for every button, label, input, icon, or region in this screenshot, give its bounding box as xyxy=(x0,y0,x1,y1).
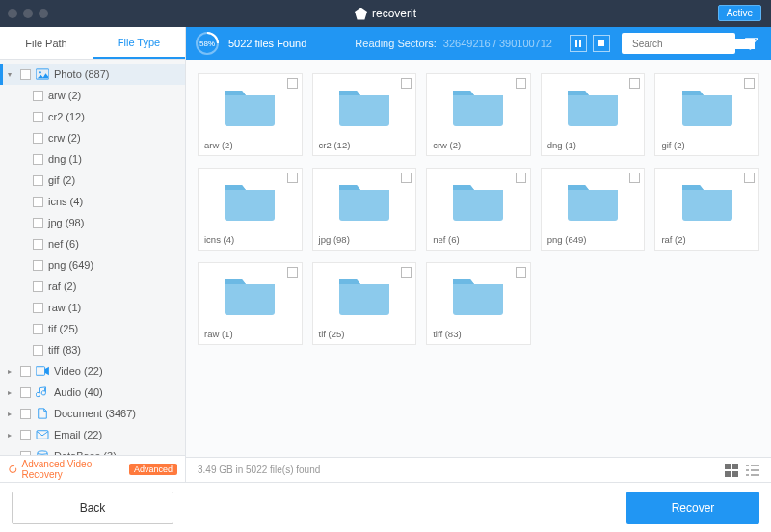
checkbox[interactable] xyxy=(401,173,412,183)
folder-icon xyxy=(427,263,530,326)
tree-category[interactable]: ▸ Audio (40) xyxy=(0,382,185,403)
checkbox[interactable] xyxy=(33,239,43,250)
checkbox[interactable] xyxy=(287,173,298,183)
checkbox[interactable] xyxy=(516,267,526,278)
brand-icon xyxy=(355,8,367,20)
checkbox[interactable] xyxy=(401,267,412,278)
folder-card[interactable]: nef (6) xyxy=(426,168,531,251)
folder-card[interactable]: jpg (98) xyxy=(312,168,417,251)
folder-card[interactable]: raw (1) xyxy=(198,262,303,345)
back-button[interactable]: Back xyxy=(12,492,173,524)
view-toggles xyxy=(725,464,759,477)
folder-card[interactable]: raf (2) xyxy=(654,168,759,251)
search-input[interactable] xyxy=(632,39,755,49)
folder-card[interactable]: tiff (83) xyxy=(426,262,531,345)
tree-item[interactable]: icns (4) xyxy=(0,191,185,212)
folder-grid: arw (2) cr2 (12) crw (2) dng (1) gif (2)… xyxy=(186,60,771,457)
checkbox[interactable] xyxy=(33,133,43,144)
folder-card[interactable]: tif (25) xyxy=(312,262,417,345)
checkbox[interactable] xyxy=(33,218,43,228)
folder-label: cr2 (12) xyxy=(313,137,416,155)
checkbox[interactable] xyxy=(744,78,755,89)
checkbox[interactable] xyxy=(744,173,755,183)
list-view-icon[interactable] xyxy=(746,464,759,477)
maximize-window-icon[interactable] xyxy=(39,9,48,18)
tree-item[interactable]: crw (2) xyxy=(0,127,185,148)
checkbox[interactable] xyxy=(33,303,43,313)
tree-item-label: crw (2) xyxy=(48,132,81,144)
checkbox[interactable] xyxy=(33,324,43,334)
svg-rect-11 xyxy=(568,95,618,124)
checkbox[interactable] xyxy=(33,112,43,122)
folder-card[interactable]: icns (4) xyxy=(198,168,303,251)
checkbox[interactable] xyxy=(287,78,298,89)
status-bar: 58% 5022 files Found Reading Sectors: 32… xyxy=(186,27,771,60)
brand-text: recoverit xyxy=(372,7,416,20)
tree-item-label: arw (2) xyxy=(48,90,81,101)
tree-item[interactable]: tiff (83) xyxy=(0,339,185,360)
close-window-icon[interactable] xyxy=(8,9,17,18)
folder-card[interactable]: dng (1) xyxy=(541,73,646,156)
checkbox[interactable] xyxy=(33,345,43,356)
checkbox[interactable] xyxy=(20,69,31,80)
tree-item[interactable]: raw (1) xyxy=(0,297,185,318)
tree-item[interactable]: nef (6) xyxy=(0,233,185,254)
checkbox[interactable] xyxy=(516,173,526,183)
svg-rect-30 xyxy=(751,474,759,476)
tree-item-label: cr2 (12) xyxy=(48,111,85,122)
tree-item[interactable]: jpg (98) xyxy=(0,212,185,233)
caret-icon: ▸ xyxy=(8,388,15,397)
folder-card[interactable]: png (649) xyxy=(541,168,646,251)
tree-item[interactable]: gif (2) xyxy=(0,170,185,191)
minimize-window-icon[interactable] xyxy=(23,9,33,18)
checkbox[interactable] xyxy=(287,267,298,278)
tree-item[interactable]: cr2 (12) xyxy=(0,106,185,127)
checkbox[interactable] xyxy=(33,197,43,207)
active-badge[interactable]: Active xyxy=(718,5,761,21)
folder-card[interactable]: cr2 (12) xyxy=(312,73,417,156)
tree-item[interactable]: png (649) xyxy=(0,254,185,276)
stop-button[interactable] xyxy=(593,35,610,52)
pause-button[interactable] xyxy=(570,35,587,52)
tree-item[interactable]: raf (2) xyxy=(0,276,185,297)
checkbox[interactable] xyxy=(516,78,526,89)
tree-category[interactable]: ▸ DataBase (3) xyxy=(0,445,185,455)
tree-category[interactable]: ▸ Document (3467) xyxy=(0,403,185,424)
folder-label: crw (2) xyxy=(427,137,530,155)
checkbox[interactable] xyxy=(33,260,43,271)
checkbox[interactable] xyxy=(20,430,31,440)
stop-icon xyxy=(598,40,605,47)
titlebar: recoverit Active xyxy=(0,0,771,27)
tree-item[interactable]: arw (2) xyxy=(0,85,185,106)
caret-icon: ▸ xyxy=(8,367,15,376)
checkbox[interactable] xyxy=(33,154,43,165)
grid-view-icon[interactable] xyxy=(725,464,738,477)
tab-file-type[interactable]: File Type xyxy=(93,27,185,59)
tree-category[interactable]: ▸ Video (22) xyxy=(0,360,185,382)
tree-category[interactable]: ▸ Email (22) xyxy=(0,424,185,445)
tree-item[interactable]: tif (25) xyxy=(0,318,185,339)
checkbox[interactable] xyxy=(33,91,43,101)
checkbox[interactable] xyxy=(20,366,31,377)
folder-card[interactable]: arw (2) xyxy=(198,73,303,156)
checkbox[interactable] xyxy=(629,78,640,89)
folder-label: arw (2) xyxy=(199,137,302,155)
window-controls xyxy=(8,9,48,18)
recover-button[interactable]: Recover xyxy=(626,492,759,524)
checkbox[interactable] xyxy=(33,281,43,292)
checkbox[interactable] xyxy=(629,173,640,183)
svg-rect-16 xyxy=(568,190,618,219)
checkbox[interactable] xyxy=(401,78,412,89)
tree-item[interactable]: dng (1) xyxy=(0,148,185,170)
checkbox[interactable] xyxy=(33,175,43,186)
folder-card[interactable]: gif (2) xyxy=(654,73,759,156)
tab-file-path[interactable]: File Path xyxy=(0,27,93,59)
tree-category[interactable]: ▾ Photo (887) xyxy=(0,64,185,85)
checkbox[interactable] xyxy=(20,409,31,419)
folder-card[interactable]: crw (2) xyxy=(426,73,531,156)
checkbox[interactable] xyxy=(20,387,31,398)
filter-icon[interactable] xyxy=(745,37,758,50)
search-box[interactable] xyxy=(622,33,735,54)
progress-pct: 58% xyxy=(199,40,215,48)
advanced-video-recovery[interactable]: Advanced Video Recovery Advanced xyxy=(0,455,185,482)
